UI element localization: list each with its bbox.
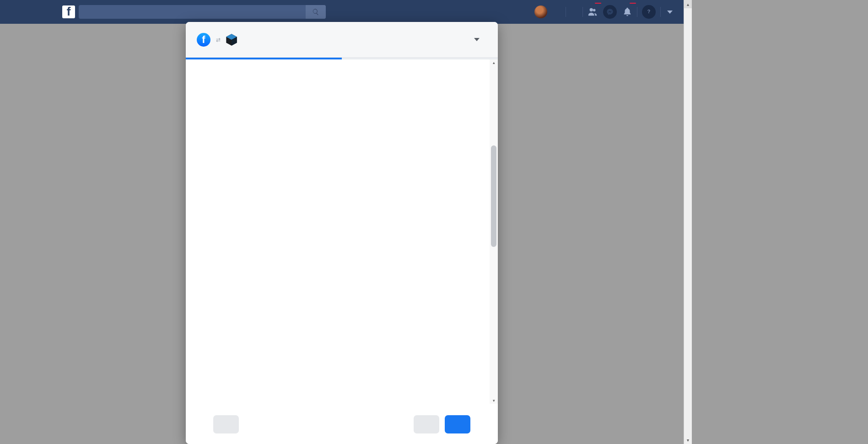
notifications-button[interactable] bbox=[620, 0, 635, 24]
top-nav: f ? bbox=[0, 0, 684, 24]
caret-down-icon bbox=[474, 38, 480, 41]
divider bbox=[566, 7, 566, 17]
scroll-up-icon[interactable]: ▴ bbox=[684, 0, 692, 8]
dialog-body: ▴ ▾ bbox=[186, 59, 498, 404]
app-logo-icon bbox=[225, 33, 238, 47]
friend-requests-button[interactable] bbox=[585, 0, 600, 24]
question-icon: ? bbox=[645, 8, 652, 16]
browser-scrollbar[interactable]: ▴ ▾ bbox=[684, 0, 692, 444]
page-selection-dialog: f ⇄ ▴ ▾ bbox=[186, 22, 498, 444]
dialog-scrollbar[interactable]: ▴ ▾ bbox=[490, 59, 498, 404]
dialog-user-menu[interactable] bbox=[469, 38, 480, 41]
next-button[interactable] bbox=[445, 415, 470, 433]
svg-text:?: ? bbox=[647, 9, 651, 14]
profile-link[interactable] bbox=[551, 0, 564, 24]
scroll-down-icon[interactable]: ▾ bbox=[490, 397, 498, 404]
help-button[interactable]: ? bbox=[642, 5, 656, 19]
friends-badge bbox=[595, 3, 601, 4]
back-button[interactable] bbox=[414, 415, 439, 433]
dialog-header: f ⇄ bbox=[186, 22, 498, 58]
bell-icon bbox=[622, 7, 632, 17]
scroll-down-icon[interactable]: ▾ bbox=[684, 436, 692, 444]
account-menu-caret-icon[interactable] bbox=[667, 11, 673, 14]
link-arrows-icon: ⇄ bbox=[216, 37, 219, 43]
facebook-circle-icon: f bbox=[197, 33, 210, 47]
divider bbox=[582, 7, 583, 17]
home-link[interactable] bbox=[568, 0, 581, 24]
search-icon bbox=[312, 8, 319, 16]
search-input[interactable] bbox=[79, 8, 306, 16]
top-right-nav: ? bbox=[534, 0, 677, 24]
facebook-logo-icon[interactable]: f bbox=[62, 5, 75, 18]
dialog-footer bbox=[186, 404, 498, 444]
divider bbox=[637, 7, 637, 17]
messenger-icon bbox=[606, 8, 614, 16]
page-list[interactable] bbox=[186, 59, 490, 404]
messenger-button[interactable] bbox=[603, 5, 617, 19]
scrollbar-thumb[interactable] bbox=[491, 145, 496, 247]
profile-avatar[interactable] bbox=[534, 5, 547, 18]
scroll-up-icon[interactable]: ▴ bbox=[490, 59, 498, 66]
divider bbox=[660, 7, 661, 17]
friends-icon bbox=[588, 7, 598, 17]
cancel-button[interactable] bbox=[213, 415, 239, 433]
notifications-badge bbox=[630, 3, 636, 4]
search-wrap bbox=[79, 5, 326, 19]
search-button[interactable] bbox=[306, 5, 326, 19]
